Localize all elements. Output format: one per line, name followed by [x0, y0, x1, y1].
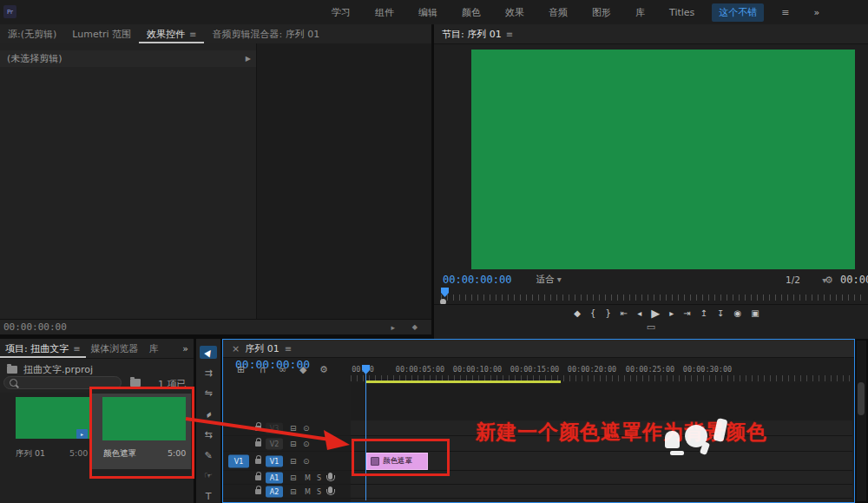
workspace-overflow-icon[interactable]: » — [802, 4, 832, 21]
export-frame-button[interactable]: ◉ — [733, 308, 741, 318]
solo-button[interactable]: S — [317, 487, 321, 495]
slip-tool[interactable]: ⇆ — [200, 428, 217, 441]
effect-controls-timecode[interactable]: 00:00:00:00 — [0, 321, 67, 333]
program-current-timecode[interactable]: 00:00:00:00 — [434, 274, 511, 286]
tab-effect-controls[interactable]: 效果控件 ≡ — [139, 24, 204, 43]
program-scrub-bar[interactable] — [441, 290, 864, 301]
solo-button[interactable]: S — [317, 473, 321, 481]
track-visibility-eye-icon[interactable]: ⊙ — [303, 440, 310, 448]
sync-lock-icon[interactable]: ⊟ — [290, 457, 297, 466]
workspace-tab-learning[interactable]: 学习 — [319, 3, 363, 22]
lock-icon[interactable] — [255, 475, 261, 480]
tab-sequence[interactable]: 序列 01 — [245, 342, 279, 355]
panel-menu-icon[interactable]: ≡ — [73, 344, 80, 354]
hand-tool[interactable]: ☞ — [200, 470, 217, 483]
workspace-tab-editing[interactable]: 编辑 — [406, 3, 450, 22]
add-marker-button[interactable]: ◆ — [574, 308, 581, 318]
track-target-v2[interactable]: V2 — [266, 438, 283, 449]
workspace-tab-custom-active[interactable]: 这个不错 — [712, 3, 764, 22]
lock-icon[interactable] — [255, 459, 261, 464]
workspace-tab-assembly[interactable]: 组件 — [363, 3, 406, 22]
workspace-tab-libraries[interactable]: 库 — [623, 3, 657, 22]
play-toggle-icon[interactable]: ▸ — [391, 323, 395, 332]
add-marker-icon[interactable]: ◆ — [299, 364, 306, 375]
annotation-rect-project-item — [89, 387, 194, 479]
mute-button[interactable]: M — [305, 473, 311, 481]
monitor-toggle-icon[interactable]: ▭ — [434, 321, 868, 333]
go-to-out-button[interactable]: ⇥ — [683, 308, 690, 318]
workspace-bar: Pr 学习 组件 编辑 颜色 效果 音频 图形 库 Titles 这个不错 ≡ … — [0, 0, 868, 25]
tab-libraries[interactable]: 库 — [144, 339, 164, 358]
track-target-a2[interactable]: A2 — [266, 486, 283, 497]
sync-lock-icon[interactable]: ⊟ — [290, 473, 297, 482]
track-visibility-eye-icon[interactable]: ⊙ — [303, 457, 310, 466]
ruler-label: 00:00:05:00 — [396, 365, 444, 374]
tab-project[interactable]: 项目: 扭曲文字 ≡ — [0, 339, 86, 358]
workspace-tab-color[interactable]: 颜色 — [450, 3, 493, 22]
snap-magnet-icon[interactable]: ∩ — [260, 364, 266, 375]
lift-button[interactable]: ↥ — [700, 308, 707, 318]
panel-menu-icon[interactable]: ≡ — [285, 344, 292, 354]
go-to-in-button[interactable]: ⇤ — [621, 308, 628, 318]
track-select-tool[interactable]: ⇉ — [200, 367, 217, 380]
track-target-v1[interactable]: V1 — [266, 455, 283, 467]
close-icon[interactable]: × — [232, 343, 240, 354]
lock-icon[interactable] — [255, 441, 261, 447]
ruler-label: 00:00:30:00 — [683, 365, 732, 374]
insert-as-nested-icon[interactable]: ⊞ — [237, 364, 245, 375]
linked-selection-icon[interactable]: ∞ — [279, 364, 286, 375]
mute-button[interactable]: M — [305, 487, 311, 495]
workspace-tab-effects[interactable]: 效果 — [493, 3, 536, 22]
tab-audio-clip-mixer[interactable]: 音频剪辑混合器: 序列 01 — [204, 24, 327, 43]
voiceover-mic-icon[interactable] — [328, 486, 332, 493]
play-button[interactable]: ▶ — [651, 307, 660, 320]
workspace-tab-titles[interactable]: Titles — [657, 4, 707, 21]
razor-tool[interactable]: ▰ — [200, 407, 217, 420]
mark-out-button[interactable]: } — [605, 308, 610, 318]
step-back-button[interactable]: ◂ — [637, 308, 641, 318]
track-target-a1[interactable]: A1 — [266, 472, 283, 483]
timeline-tabbar: × 序列 01 ≡ — [223, 340, 854, 358]
type-tool[interactable]: T — [200, 490, 217, 503]
new-bin-icon[interactable] — [130, 379, 141, 387]
sync-lock-icon[interactable]: ⊟ — [290, 440, 297, 448]
panel-menu-icon[interactable]: ≡ — [189, 30, 196, 39]
pen-tool[interactable]: ✎ — [200, 449, 217, 462]
lock-icon[interactable] — [255, 426, 261, 431]
workspace-menu-icon[interactable]: ≡ — [769, 4, 801, 21]
panel-menu-icon[interactable]: ≡ — [506, 30, 513, 39]
panel-overflow-icon[interactable]: » — [182, 343, 188, 354]
lock-icon[interactable] — [255, 489, 261, 494]
sync-lock-icon[interactable]: ⊟ — [290, 424, 297, 433]
tab-source-monitor[interactable]: 源:(无剪辑) — [0, 24, 64, 43]
fit-dropdown[interactable]: 适合 ▾ — [536, 274, 561, 286]
timeline-scrollbar[interactable] — [857, 341, 866, 501]
keyframe-toggle-icon[interactable]: ◆ — [412, 323, 418, 331]
workspace-tab-audio[interactable]: 音频 — [536, 3, 580, 22]
audio-track-lane-a2[interactable] — [351, 485, 852, 499]
playback-resolution-dropdown[interactable]: 1/2 ▾ — [786, 275, 826, 285]
expand-arrow-icon[interactable]: ▶ — [246, 55, 251, 63]
step-forward-button[interactable]: ▸ — [669, 308, 674, 318]
audio-track-lane-a3[interactable] — [351, 499, 852, 502]
sync-lock-icon[interactable]: ⊟ — [290, 487, 297, 496]
source-patch-v1[interactable]: V1 — [228, 454, 249, 467]
timeline-playhead-line[interactable] — [365, 371, 366, 500]
project-breadcrumb[interactable]: 扭曲文字.prproj — [7, 363, 93, 376]
comparison-view-button[interactable]: ▣ — [751, 308, 759, 318]
timeline-settings-icon[interactable]: ⚙ — [319, 364, 328, 375]
voiceover-mic-icon[interactable] — [328, 473, 332, 480]
tab-media-browser[interactable]: 媒体浏览器 — [86, 339, 144, 358]
tab-lumetri-scopes[interactable]: Lumetri 范围 — [64, 24, 139, 43]
selection-tool[interactable]: ▶ — [200, 346, 217, 359]
workspace-tab-graphics[interactable]: 图形 — [580, 3, 623, 22]
track-target-v3[interactable]: V3 — [266, 422, 283, 434]
extract-button[interactable]: ↧ — [717, 308, 724, 318]
track-visibility-eye-icon[interactable]: ⊙ — [303, 424, 310, 433]
mark-in-button[interactable]: { — [590, 308, 595, 318]
project-item-name[interactable]: 序列 01 — [16, 448, 45, 460]
scrollbar-thumb[interactable] — [858, 382, 865, 415]
ripple-edit-tool[interactable]: ⇋ — [200, 387, 217, 400]
tab-program-monitor[interactable]: 节目: 序列 01 ≡ — [434, 24, 521, 43]
program-settings-wrench-icon[interactable]: ⚙ — [825, 275, 833, 286]
